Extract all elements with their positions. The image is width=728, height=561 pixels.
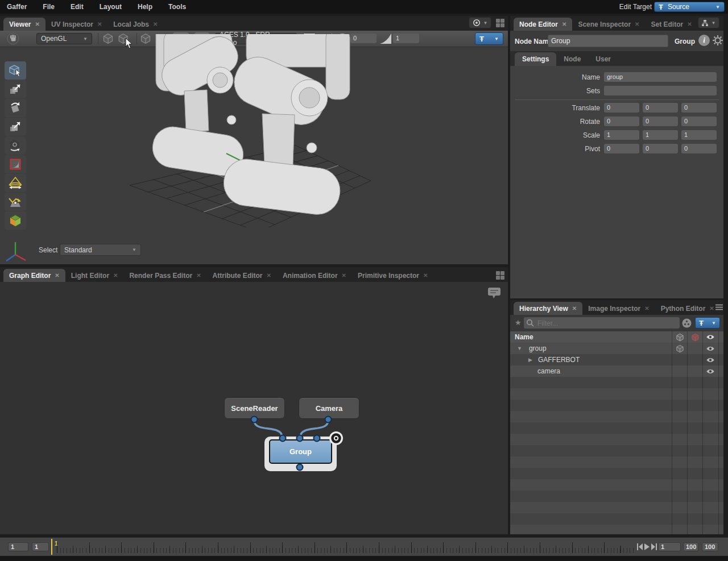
playhead[interactable] — [51, 539, 52, 555]
tab-set-editor[interactable]: Set Editor ✕ — [645, 18, 697, 31]
exclusions-cube-icon[interactable] — [691, 333, 700, 342]
set-filter-icon[interactable] — [682, 318, 692, 328]
transport-controls[interactable] — [637, 543, 657, 550]
close-icon[interactable]: ✕ — [55, 272, 59, 279]
menu-file[interactable]: File — [35, 3, 63, 11]
close-icon[interactable]: ✕ — [35, 21, 39, 27]
hierarchy-focus-menu-button[interactable]: Ŧ ▼ — [695, 317, 720, 329]
filter-input[interactable] — [536, 317, 680, 330]
close-icon[interactable]: ✕ — [267, 272, 271, 279]
name-column-header[interactable]: Name — [515, 333, 533, 341]
visibility-eye-icon[interactable] — [706, 357, 715, 363]
light-position-tool-button[interactable] — [5, 193, 26, 211]
visibility-eye-icon[interactable] — [706, 368, 715, 375]
tab-render-pass-editor[interactable]: Render Pass Editor ✕ — [123, 269, 206, 282]
close-icon[interactable]: ✕ — [687, 21, 692, 27]
scale-tool-button[interactable] — [5, 118, 26, 136]
close-icon[interactable]: ✕ — [342, 272, 346, 279]
close-icon[interactable]: ✕ — [423, 272, 428, 279]
translate-y-field[interactable]: 0 — [643, 103, 678, 113]
tab-attribute-editor[interactable]: Attribute Editor ✕ — [207, 269, 277, 282]
timeline-range-start-field[interactable]: 1 — [8, 542, 28, 551]
close-icon[interactable]: ✕ — [196, 272, 201, 279]
translate-x-field[interactable]: 0 — [604, 103, 639, 113]
expanded-icon[interactable]: ▼ — [517, 346, 522, 351]
pan-hand-icon[interactable] — [7, 32, 19, 45]
edit-target-dropdown[interactable]: Ŧ Source ▼ — [654, 2, 725, 12]
node-name-input[interactable] — [548, 35, 668, 47]
shading-cube-icon[interactable] — [102, 33, 114, 44]
sets-field[interactable] — [604, 86, 717, 95]
list-menu-icon[interactable] — [715, 304, 723, 310]
renderer-dropdown[interactable]: OpenGL ▼ — [36, 33, 92, 44]
timeline-range-end-field[interactable]: 100 — [683, 542, 698, 551]
row-gafferbot[interactable]: ▶ GAFFERBOT — [510, 354, 723, 365]
camera-tool-button[interactable] — [5, 136, 26, 155]
scale-z-field[interactable]: 1 — [681, 130, 717, 140]
close-icon[interactable]: ✕ — [572, 305, 577, 311]
scale-y-field[interactable]: 1 — [643, 130, 678, 140]
timeline-end-frame-field[interactable]: 100 — [702, 542, 718, 551]
annotation-bubble-icon[interactable] — [487, 287, 501, 299]
scale-x-field[interactable]: 1 — [604, 130, 639, 140]
node-camera[interactable]: Camera — [299, 397, 359, 419]
layout-grid-icon[interactable] — [496, 271, 504, 280]
menu-layout[interactable]: Layout — [92, 3, 130, 11]
translate-tool-button[interactable] — [5, 80, 26, 98]
light-tool-button[interactable] — [5, 174, 26, 192]
tab-graph-editor[interactable]: Graph Editor ✕ — [3, 269, 65, 282]
menu-gaffer[interactable]: Gaffer — [7, 3, 35, 11]
rotate-x-field[interactable]: 0 — [604, 117, 639, 126]
tab-uv-inspector[interactable]: UV Inspector ✕ — [46, 18, 107, 31]
info-icon[interactable]: i — [698, 35, 710, 46]
subtab-node[interactable]: Node — [556, 52, 588, 66]
node-editor-pin-menu-button[interactable]: ▼ — [698, 17, 719, 28]
subtab-settings[interactable]: Settings — [515, 52, 556, 66]
inclusions-cube-icon[interactable] — [676, 333, 684, 342]
bookmark-star-icon[interactable]: ★ — [515, 318, 522, 327]
rotate-tool-button[interactable] — [5, 99, 26, 117]
timeline-ruler[interactable] — [57, 538, 634, 556]
menu-help[interactable]: Help — [130, 3, 160, 11]
visibility-eye-icon[interactable] — [706, 346, 715, 352]
viewer-pin-menu-button[interactable]: ▼ — [469, 17, 491, 28]
inclusion-badge-cube-icon[interactable] — [676, 344, 684, 353]
rotate-z-field[interactable]: 0 — [681, 117, 717, 126]
tab-scene-inspector[interactable]: Scene Inspector ✕ — [572, 18, 645, 31]
collapsed-icon[interactable]: ▶ — [528, 357, 532, 363]
timeline-current-frame-field[interactable]: 1 — [658, 542, 681, 551]
subtab-user[interactable]: User — [588, 52, 618, 66]
row-group[interactable]: ▼ group — [510, 343, 723, 354]
name-field[interactable]: group — [604, 72, 717, 82]
edit-scope-tool-button[interactable] — [5, 211, 26, 230]
pivot-y-field[interactable]: 0 — [643, 144, 678, 153]
gamma-icon[interactable] — [379, 33, 392, 44]
translate-z-field[interactable]: 0 — [681, 103, 717, 113]
menu-edit[interactable]: Edit — [63, 3, 92, 11]
close-icon[interactable]: ✕ — [113, 272, 118, 279]
viewer-focus-menu-button[interactable]: Ŧ ▼ — [475, 32, 503, 45]
pivot-x-field[interactable]: 0 — [604, 144, 639, 153]
tab-local-jobs[interactable]: Local Jobs ✕ — [107, 18, 163, 31]
node-scenereader[interactable]: SceneReader — [224, 397, 285, 419]
viewport-3d-scene[interactable] — [130, 34, 374, 227]
tab-primitive-inspector[interactable]: Primitive Inspector ✕ — [352, 269, 433, 282]
timeline-current-field-left[interactable]: 1 — [32, 542, 49, 551]
close-icon[interactable]: ✕ — [562, 21, 566, 27]
close-icon[interactable]: ✕ — [635, 21, 639, 27]
node-group[interactable]: Group — [269, 439, 332, 464]
close-icon[interactable]: ✕ — [153, 21, 158, 27]
gear-icon[interactable] — [712, 35, 723, 46]
rotate-y-field[interactable]: 0 — [643, 117, 678, 126]
tab-node-editor[interactable]: Node Editor ✕ — [514, 18, 572, 31]
close-icon[interactable]: ✕ — [644, 305, 649, 311]
gamma-field[interactable]: 1 — [393, 34, 419, 43]
select-tool-button[interactable] — [5, 61, 26, 80]
tab-animation-editor[interactable]: Animation Editor ✕ — [277, 269, 352, 282]
layout-grid-icon[interactable] — [496, 19, 504, 27]
visibility-eye-icon[interactable] — [706, 334, 715, 340]
menu-tools[interactable]: Tools — [160, 3, 194, 11]
select-mode-dropdown[interactable]: Standard ▼ — [60, 244, 141, 256]
close-icon[interactable]: ✕ — [97, 21, 102, 27]
tab-image-inspector[interactable]: Image Inspector ✕ — [582, 302, 655, 315]
